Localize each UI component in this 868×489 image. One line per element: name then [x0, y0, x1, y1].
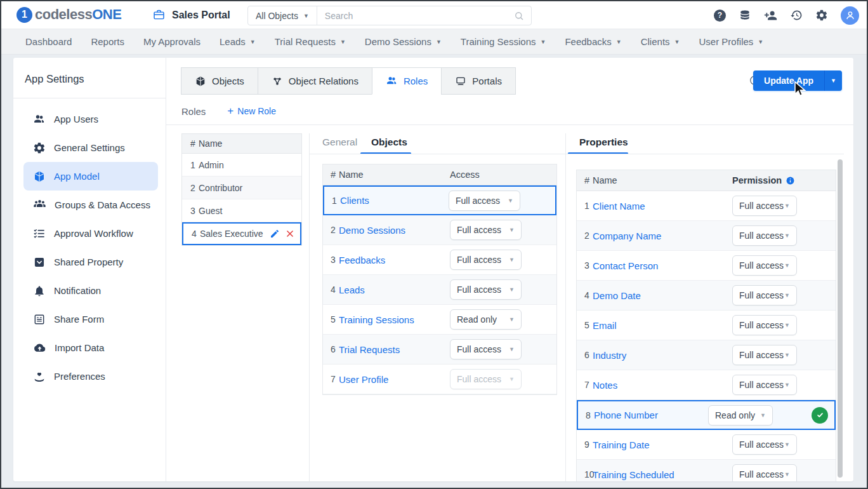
search-icon[interactable]: [513, 10, 531, 22]
new-role-button[interactable]: + New Role: [227, 105, 276, 117]
property-link[interactable]: Industry: [593, 350, 626, 361]
permission-dropdown[interactable]: Full access▼: [732, 255, 797, 276]
property-row-company-name[interactable]: 2 Company Name Full access▼: [577, 221, 836, 251]
property-link[interactable]: Training Scheduled: [593, 469, 674, 480]
property-link[interactable]: Notes: [593, 380, 617, 391]
object-row-leads[interactable]: 4 Leads Full access▼: [323, 275, 556, 305]
object-link[interactable]: Training Sessions: [339, 314, 414, 325]
nav-demo-sessions[interactable]: Demo Sessions▼: [365, 36, 442, 47]
tab-portals[interactable]: Portals: [441, 67, 516, 95]
database-icon[interactable]: [739, 9, 751, 22]
object-row-feedbacks[interactable]: 3 Feedbacks Full access▼: [323, 245, 556, 275]
role-row-contributor[interactable]: 2 Contributor: [182, 177, 301, 199]
access-dropdown[interactable]: Full access▼: [450, 250, 522, 270]
nav-training-sessions[interactable]: Training Sessions▼: [461, 36, 546, 47]
permission-dropdown[interactable]: Read only▼: [708, 405, 773, 425]
property-row-training-date[interactable]: 9 Training Date Full access▼: [577, 430, 836, 460]
search-input[interactable]: [317, 11, 513, 21]
nav-dashboard[interactable]: Dashboard: [25, 36, 72, 47]
avatar[interactable]: [841, 6, 859, 25]
edit-pencil-icon[interactable]: [270, 229, 280, 239]
property-link[interactable]: Demo Date: [593, 290, 641, 301]
sidebar-item-label: Notification: [54, 285, 101, 296]
scrollbar-thumb[interactable]: [838, 159, 843, 478]
property-link[interactable]: Phone Number: [594, 410, 658, 420]
nav-leads[interactable]: Leads▼: [220, 36, 256, 47]
help-icon[interactable]: ?: [714, 10, 726, 22]
property-link[interactable]: Contact Person: [593, 260, 658, 271]
object-row-clients[interactable]: 1 Clients Full access▼: [323, 185, 556, 215]
access-dropdown[interactable]: Full access▼: [450, 220, 522, 240]
role-row-sales-executive[interactable]: 4 Sales Executive: [182, 222, 301, 245]
chevron-down-icon[interactable]: ▼: [824, 70, 842, 91]
nav-my-approvals[interactable]: My Approvals: [143, 36, 201, 47]
permission-dropdown[interactable]: Full access▼: [732, 315, 797, 335]
person-add-icon[interactable]: [764, 9, 777, 22]
logo[interactable]: 1 codelessONE: [16, 6, 121, 23]
sidebar-item-app-model[interactable]: App Model: [23, 162, 158, 191]
permission-dropdown[interactable]: Full access▼: [732, 464, 797, 481]
object-row-training-sessions[interactable]: 5 Training Sessions Read only▼: [323, 305, 556, 335]
history-icon[interactable]: [790, 9, 803, 22]
nav-trial-requests[interactable]: Trial Requests▼: [275, 36, 346, 47]
permission-dropdown[interactable]: Full access▼: [732, 375, 797, 395]
sidebar-item-import-data[interactable]: Import Data: [23, 333, 158, 362]
sidebar-item-general-settings[interactable]: General Settings: [23, 133, 158, 162]
property-row-phone-number[interactable]: 8 Phone Number Read only▼: [577, 400, 836, 430]
property-row-industry[interactable]: 6 Industry Full access▼: [577, 340, 836, 370]
object-row-user-profile[interactable]: 7 User Profile Full access▼: [323, 365, 556, 394]
property-link[interactable]: Email: [593, 320, 617, 331]
permission-dropdown[interactable]: Full access▼: [732, 285, 797, 305]
tab-general[interactable]: General: [322, 137, 357, 148]
role-row-guest[interactable]: 3 Guest: [182, 199, 301, 222]
access-dropdown[interactable]: Full access▼: [449, 191, 520, 211]
property-link[interactable]: Training Date: [593, 439, 650, 450]
permission-dropdown[interactable]: Full access▼: [732, 434, 797, 455]
nav-user-profiles[interactable]: User Profiles▼: [699, 36, 763, 47]
permission-dropdown[interactable]: Full access▼: [732, 225, 797, 246]
object-link[interactable]: User Profile: [339, 374, 388, 385]
property-link[interactable]: Client Name: [593, 201, 645, 211]
access-dropdown[interactable]: Read only▼: [450, 309, 522, 330]
object-row-trial-requests[interactable]: 6 Trial Requests Full access▼: [323, 335, 556, 365]
nav-clients[interactable]: Clients▼: [641, 36, 680, 47]
tab-object-relations[interactable]: Object Relations: [258, 67, 372, 95]
tab-objects-detail[interactable]: Objects: [371, 137, 407, 148]
access-dropdown[interactable]: Full access▼: [450, 279, 522, 300]
object-link[interactable]: Feedbacks: [339, 255, 385, 265]
permission-dropdown[interactable]: Full access▼: [732, 345, 797, 365]
sidebar-item-groups-data-access[interactable]: Groups & Data Access: [23, 191, 158, 219]
gear-icon[interactable]: [815, 9, 828, 22]
object-link[interactable]: Leads: [339, 285, 365, 295]
object-link[interactable]: Clients: [340, 195, 369, 206]
sidebar-item-preferences[interactable]: Preferences: [23, 362, 158, 391]
sidebar-item-share-form[interactable]: Share Form: [23, 305, 158, 333]
property-row-training-scheduled[interactable]: 10 Training Scheduled Full access▼: [577, 460, 836, 481]
property-link[interactable]: Company Name: [593, 231, 661, 241]
property-row-contact-person[interactable]: 3 Contact Person Full access▼: [577, 251, 836, 281]
sidebar-item-app-users[interactable]: App Users: [23, 105, 158, 133]
tab-objects[interactable]: Objects: [181, 67, 258, 95]
tab-roles[interactable]: Roles: [372, 67, 442, 95]
app-switcher[interactable]: Sales Portal: [152, 8, 230, 22]
object-row-demo-sessions[interactable]: 2 Demo Sessions Full access▼: [323, 215, 556, 245]
property-row-email[interactable]: 5 Email Full access▼: [577, 311, 836, 340]
permission-dropdown[interactable]: Full access▼: [732, 196, 797, 216]
sidebar-item-notification[interactable]: Notification: [23, 276, 158, 305]
property-row-client-name[interactable]: 1 Client Name Full access▼: [577, 191, 836, 221]
property-row-notes[interactable]: 7 Notes Full access▼: [577, 370, 836, 400]
object-link[interactable]: Trial Requests: [339, 344, 400, 355]
nav-reports[interactable]: Reports: [91, 36, 124, 47]
nav-feedbacks[interactable]: Feedbacks▼: [565, 36, 621, 47]
access-dropdown[interactable]: Full access▼: [450, 339, 522, 359]
info-icon[interactable]: [786, 176, 795, 185]
property-row-demo-date[interactable]: 4 Demo Date Full access▼: [577, 281, 836, 311]
object-link[interactable]: Demo Sessions: [339, 225, 405, 236]
role-row-admin[interactable]: 1 Admin: [182, 154, 301, 177]
search-filter-dropdown[interactable]: All Objects ▼: [248, 11, 317, 21]
sidebar-item-approval-workflow[interactable]: Approval Workflow: [23, 219, 158, 248]
delete-x-icon[interactable]: [286, 229, 294, 238]
sidebar-item-shared-property[interactable]: Shared Property: [23, 248, 158, 276]
update-app-button[interactable]: Update App ▼: [753, 70, 842, 91]
tab-properties[interactable]: Properties: [579, 137, 628, 148]
